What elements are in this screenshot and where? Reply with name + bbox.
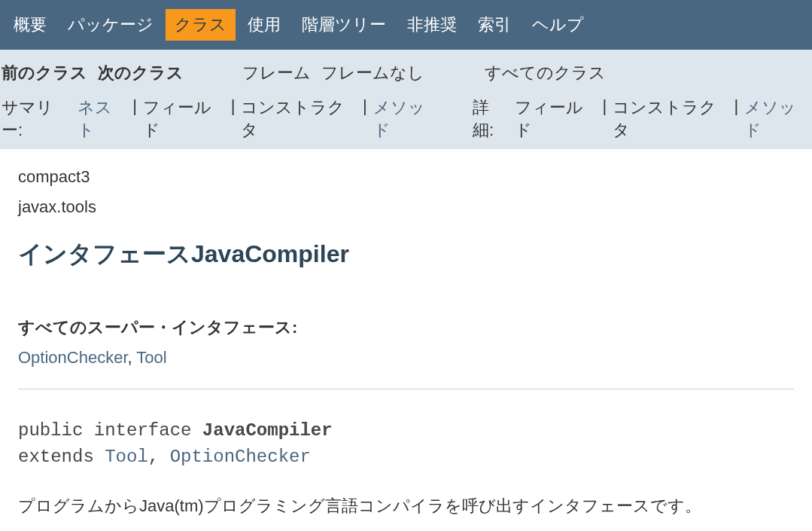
nav-package[interactable]: パッケージ bbox=[59, 9, 163, 41]
nav-tree[interactable]: 階層ツリー bbox=[293, 9, 395, 41]
frames-link[interactable]: フレーム bbox=[242, 62, 311, 84]
nav-overview[interactable]: 概要 bbox=[5, 9, 56, 41]
package-label: javax.tools bbox=[18, 197, 794, 217]
type-signature: public interface JavaCompiler extends To… bbox=[18, 418, 794, 471]
detail-constr: コンストラクタ bbox=[613, 96, 728, 142]
profile-label: compact3 bbox=[18, 167, 794, 187]
sep: | bbox=[231, 96, 236, 142]
subnav-row-1: 前のクラス 次のクラス フレーム フレームなし すべてのクラス bbox=[2, 59, 810, 95]
superinterfaces-links: OptionChecker, Tool bbox=[18, 348, 794, 368]
sig-name: JavaCompiler bbox=[202, 420, 333, 441]
noframes-link[interactable]: フレームなし bbox=[321, 62, 424, 84]
next-class-link[interactable]: 次のクラス bbox=[98, 62, 184, 84]
spacer bbox=[445, 96, 467, 142]
optionchecker-link[interactable]: OptionChecker bbox=[18, 348, 128, 367]
nav-class[interactable]: クラス bbox=[166, 9, 236, 41]
sep: | bbox=[363, 96, 367, 142]
nav-help[interactable]: ヘルプ bbox=[523, 9, 593, 41]
sig-extends: extends bbox=[18, 447, 105, 467]
sep: , bbox=[148, 447, 170, 467]
sig-tool-link[interactable]: Tool bbox=[105, 447, 148, 467]
summary-method-link[interactable]: メソッド bbox=[373, 96, 439, 142]
nav-deprecated[interactable]: 非推奨 bbox=[398, 9, 466, 41]
sep: , bbox=[128, 348, 137, 367]
main-content: compact3 javax.tools インタフェースJavaCompiler… bbox=[0, 149, 812, 531]
nav-index[interactable]: 索引 bbox=[469, 9, 520, 41]
summary-constr: コンストラクタ bbox=[241, 96, 356, 142]
divider bbox=[18, 389, 794, 389]
sep: | bbox=[132, 96, 137, 142]
prev-class-link[interactable]: 前のクラス bbox=[2, 62, 87, 84]
description-paragraph-1: プログラムからJava(tm)プログラミング言語コンパイラを呼び出すインタフェー… bbox=[18, 492, 794, 520]
tool-link[interactable]: Tool bbox=[136, 348, 166, 367]
nav-use[interactable]: 使用 bbox=[239, 9, 290, 41]
sig-optionchecker-link[interactable]: OptionChecker bbox=[170, 447, 311, 467]
detail-method-link[interactable]: メソッド bbox=[744, 96, 810, 142]
summary-label: サマリー: bbox=[2, 96, 71, 142]
page-title: インタフェースJavaCompiler bbox=[18, 238, 794, 271]
sep: | bbox=[734, 96, 739, 142]
spacer bbox=[194, 62, 232, 84]
sig-modifiers: public interface bbox=[18, 420, 202, 441]
summary-detail-row: サマリー: ネスト | フィールド | コンストラクタ | メソッド 詳細: フ… bbox=[2, 95, 810, 149]
detail-field: フィールド bbox=[515, 96, 597, 142]
spacer bbox=[435, 62, 474, 84]
sep: | bbox=[602, 96, 607, 142]
allclasses-link[interactable]: すべてのクラス bbox=[485, 62, 606, 84]
summary-nested-link[interactable]: ネスト bbox=[78, 96, 127, 142]
superinterfaces-label: すべてのスーパー・インタフェース: bbox=[18, 316, 794, 339]
detail-label: 詳細: bbox=[473, 96, 509, 142]
summary-field: フィールド bbox=[143, 96, 225, 142]
top-nav: 概要 パッケージ クラス 使用 階層ツリー 非推奨 索引 ヘルプ bbox=[0, 0, 812, 50]
sub-nav: 前のクラス 次のクラス フレーム フレームなし すべてのクラス サマリー: ネス… bbox=[0, 50, 812, 149]
